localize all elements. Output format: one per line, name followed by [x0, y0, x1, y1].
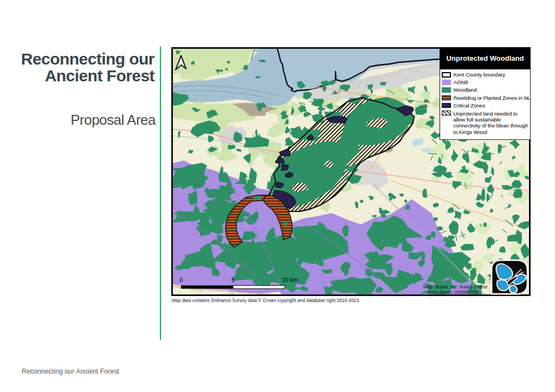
svg-text:Map drawn by: Katey Fisher: Map drawn by: Katey Fisher: [423, 284, 488, 290]
svg-text:Date drawn: 03/06/2025: Date drawn: 03/06/2025: [428, 290, 479, 294]
svg-text:0: 0: [179, 277, 183, 283]
svg-text:5: 5: [231, 277, 235, 283]
svg-text:10 km: 10 km: [282, 277, 298, 283]
